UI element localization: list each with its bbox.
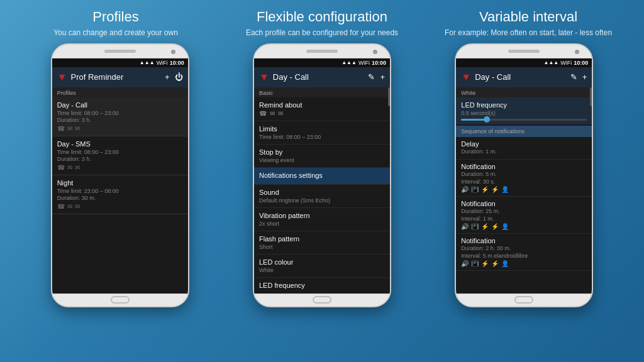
config-sound-title: Sound xyxy=(259,189,385,196)
phone-3-home-button[interactable] xyxy=(514,296,533,304)
add-icon-2[interactable]: + xyxy=(380,72,385,82)
feature-profiles-title: Profiles xyxy=(23,9,208,25)
phone-1-camera xyxy=(171,50,175,54)
phone-2-content: Basic Remind about ☎ ✉ ✉ Limits Time lim… xyxy=(254,87,390,293)
phone-3-top xyxy=(456,45,592,58)
phone-2-home-button[interactable] xyxy=(313,296,331,304)
phone-2-bottom xyxy=(254,293,390,306)
notif-2-sound-icon: 🔊 xyxy=(461,223,469,230)
phone-3-content: White LED frequency 0.5 second(s) Sequen… xyxy=(456,87,592,293)
phone-1-status-bar: ▲▲▲ WiFi 10:00 xyxy=(52,58,188,67)
config-remind[interactable]: Remind about ☎ ✉ ✉ xyxy=(254,97,390,121)
config-stopby-title: Stop by xyxy=(259,148,385,156)
notif-1-icons: 🔊 📳 ⚡ ⚡ 👤 xyxy=(461,186,587,193)
notif-1-vibrate-icon: 📳 xyxy=(471,186,479,193)
profile-item-1[interactable]: Day - Call Time limit: 08:00 – 23:00 Dur… xyxy=(52,97,188,136)
config-limits-sub: Time limit: 08:00 – 23:00 xyxy=(259,134,385,140)
profile-call-icon-1: ☎ xyxy=(57,125,65,132)
config-remind-title: Remind about xyxy=(259,101,385,109)
notif-1-flash-icon: ⚡ xyxy=(481,186,489,193)
remind-call-icon: ☎ xyxy=(259,110,267,117)
notif-3-dur: Duration: 2 h. 30 m. xyxy=(461,245,587,251)
notif-1[interactable]: Notification Duration: 5 m. Interval: 30… xyxy=(456,160,592,197)
config-flash[interactable]: Flash pattern Short xyxy=(254,231,390,255)
profile-time-2: Time limit: 08:00 – 23:00 xyxy=(57,149,183,155)
config-led-colour-sub: White xyxy=(259,267,385,273)
profile-call-icon-3: ☎ xyxy=(57,203,65,210)
config-notif-settings[interactable]: Notifications settings xyxy=(254,168,390,185)
notif-delay[interactable]: Delay Duration: 1 m. xyxy=(456,137,592,160)
notif-3-sound-icon: 🔊 xyxy=(461,260,469,267)
profile-name-1: Day - Call xyxy=(57,101,183,109)
profile-dur-1: Duration: 3 h. xyxy=(57,117,183,123)
notif-1-person-icon: 👤 xyxy=(501,186,509,193)
phone-3-app-title: Day - Call xyxy=(475,72,570,82)
config-sound[interactable]: Sound Default ringtone (Sms Echo) xyxy=(254,185,390,208)
phone-1-home-button[interactable] xyxy=(111,296,130,304)
config-stopby-sub: Viewing event xyxy=(259,157,385,163)
notif-2-flash-icon: ⚡ xyxy=(481,223,489,230)
phone-variable: ▲▲▲ WiFi 10:00 ▼ Day - Call ✎ + White LE… xyxy=(433,43,615,307)
profile-icons-1: ☎ ✉ ✉ xyxy=(57,125,183,132)
edit-icon-3[interactable]: ✎ xyxy=(570,72,577,82)
phone-1-speaker xyxy=(104,50,136,53)
notif-2[interactable]: Notification Duration: 25 m. Interval: 1… xyxy=(456,197,592,234)
led-freq-sub: 0.5 second(s) xyxy=(461,110,587,116)
config-flash-title: Flash pattern xyxy=(259,235,385,243)
notif-1-interval: Interval: 30 s. xyxy=(461,178,587,185)
phone-1-app-title: Prof Reminder xyxy=(71,72,165,82)
remind-mail-icon: ✉ xyxy=(278,110,283,117)
profile-name-2: Day - SMS xyxy=(57,140,183,148)
config-section-label: Basic xyxy=(254,87,390,97)
profile-item-2[interactable]: Day - SMS Time limit: 08:00 – 23:00 Dura… xyxy=(52,136,188,175)
config-limits[interactable]: Limits Time limit: 08:00 – 23:00 xyxy=(254,121,390,145)
feature-variable-title: Variable interval xyxy=(435,9,621,25)
profile-dur-2: Duration: 3 h. xyxy=(57,156,183,162)
phone-3-body: ▲▲▲ WiFi 10:00 ▼ Day - Call ✎ + White LE… xyxy=(455,43,593,307)
phone-2-header: ▼ Day - Call ✎ + xyxy=(254,67,390,87)
feature-profiles: Profiles You can change and create your … xyxy=(23,9,208,38)
feature-flexible-title: Flexible configuration xyxy=(229,9,414,25)
phone-1-screen: ▲▲▲ WiFi 10:00 ▼ Prof Reminder + ⏻ Profi… xyxy=(52,58,188,293)
slider-fill xyxy=(461,119,486,121)
config-stopby[interactable]: Stop by Viewing event xyxy=(254,145,390,168)
scrollbar-phone3[interactable] xyxy=(590,87,592,106)
config-vibration-sub: 2x short xyxy=(259,221,385,227)
phone-2-top xyxy=(254,45,390,58)
remind-sms-icon: ✉ xyxy=(270,110,275,117)
phone-1-header-icons: + ⏻ xyxy=(165,72,183,82)
notif-3-interval: Interval: 5 m.elandroidlibre xyxy=(461,253,587,259)
phone-1-body: ▲▲▲ WiFi 10:00 ▼ Prof Reminder + ⏻ Profi… xyxy=(51,43,189,307)
config-limits-title: Limits xyxy=(259,125,385,133)
config-led-colour[interactable]: LED colour White xyxy=(254,255,390,278)
phone-2-time: 10:00 xyxy=(372,60,386,66)
config-led-freq-title: LED frequency xyxy=(259,282,385,289)
phone-flexible: ▲▲▲ WiFi 10:00 ▼ Day - Call ✎ + Basic Re… xyxy=(231,43,413,307)
add-icon-3[interactable]: + xyxy=(582,72,587,82)
notif-2-icons: 🔊 📳 ⚡ ⚡ 👤 xyxy=(461,223,587,230)
phone-2-app-title: Day - Call xyxy=(273,72,369,82)
notif-1-sound-icon: 🔊 xyxy=(461,186,469,193)
notif-3[interactable]: Notification Duration: 2 h. 30 m. Interv… xyxy=(456,234,592,271)
phone-2-body: ▲▲▲ WiFi 10:00 ▼ Day - Call ✎ + Basic Re… xyxy=(253,43,391,307)
edit-icon-2[interactable]: ✎ xyxy=(368,72,375,82)
led-freq-slider[interactable] xyxy=(461,119,587,121)
profile-sms-icon-2: ✉ xyxy=(67,164,72,171)
notif-2-led-icon: ⚡ xyxy=(491,223,499,230)
white-label: White xyxy=(456,87,592,97)
app-logo-3: ▼ xyxy=(461,72,471,83)
phone-2-screen: ▲▲▲ WiFi 10:00 ▼ Day - Call ✎ + Basic Re… xyxy=(254,58,390,293)
config-led-freq[interactable]: LED frequency xyxy=(254,278,390,293)
slider-thumb xyxy=(484,116,490,123)
power-icon-1[interactable]: ⏻ xyxy=(175,72,183,82)
phone-1-time: 10:00 xyxy=(170,60,184,66)
app-logo-1: ▼ xyxy=(57,72,67,83)
notif-1-dur: Duration: 5 m. xyxy=(461,171,587,177)
phone-profiles: ▲▲▲ WiFi 10:00 ▼ Prof Reminder + ⏻ Profi… xyxy=(29,43,211,307)
scrollbar-phone2[interactable] xyxy=(388,87,390,106)
config-notif-title: Notifications settings xyxy=(259,172,385,179)
add-icon-1[interactable]: + xyxy=(165,72,170,82)
config-vibration[interactable]: Vibration pattern 2x short xyxy=(254,208,390,231)
profile-item-3[interactable]: Night Time limit: 23:00 – 08:00 Duration… xyxy=(52,175,188,214)
feature-variable: Variable interval For example: More ofte… xyxy=(435,9,621,38)
